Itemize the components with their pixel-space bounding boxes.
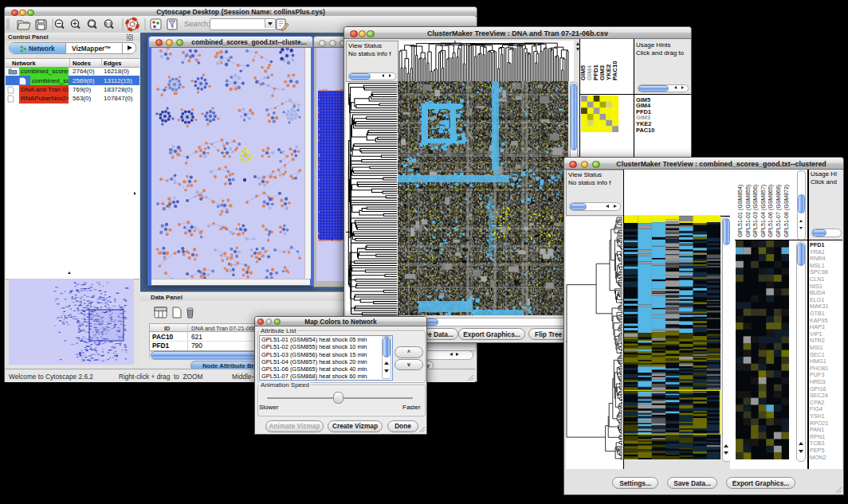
svg-text:1:1: 1:1 — [105, 21, 112, 26]
